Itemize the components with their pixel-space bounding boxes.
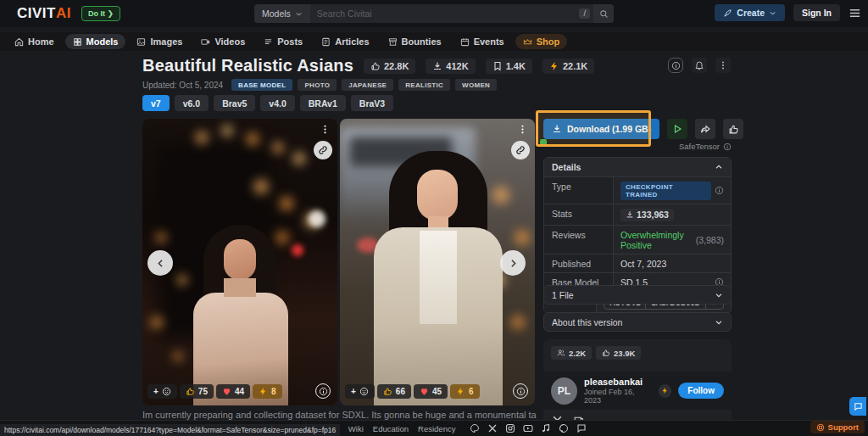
x-twitter-icon[interactable] (487, 423, 498, 433)
add-reaction-button[interactable]: + (345, 384, 375, 399)
civitai-logo[interactable]: CIVITAI (17, 5, 71, 22)
avatar[interactable]: PL (551, 377, 577, 405)
tiktok-icon[interactable] (541, 423, 551, 433)
version-brav3[interactable]: BraV3 (351, 95, 393, 111)
more-options-button[interactable] (715, 58, 731, 73)
add-reaction-button[interactable]: + (147, 384, 177, 399)
reviews-rating[interactable]: Overwhelmingly Positive (620, 230, 693, 250)
like-reaction[interactable]: 75 (180, 384, 214, 399)
creator-profile-row: PL pleasebankai Joined Feb 16, 2023 Foll… (543, 372, 732, 410)
footer-link-education[interactable]: Education (373, 424, 409, 433)
creator-username[interactable]: pleasebankai (584, 377, 652, 387)
file-format-note: SafeTensor (679, 142, 732, 151)
gallery-prev-button[interactable] (147, 250, 173, 276)
support-label: Support (828, 422, 859, 432)
do-it-button[interactable]: Do It ❯ (81, 6, 120, 21)
search-submit-button[interactable] (593, 4, 614, 23)
nav-label: Models (86, 36, 119, 47)
image-options-button[interactable] (320, 124, 331, 135)
github-icon[interactable] (559, 423, 569, 433)
likes-count: 22.8K (384, 61, 409, 71)
action-buttons-row: Download (1.99 GB) (543, 119, 743, 139)
notify-button[interactable] (692, 58, 707, 73)
tag-japanese[interactable]: JAPANESE (342, 79, 393, 91)
about-section-toggle[interactable]: About this version (543, 312, 732, 332)
bookmarks-stat-badge[interactable]: 1.4K (486, 59, 532, 74)
image-options-button[interactable] (517, 124, 528, 135)
chat-button[interactable] (849, 397, 866, 416)
message-icon[interactable] (576, 423, 587, 433)
crown-icon (523, 37, 532, 47)
like-reaction[interactable]: 66 (377, 384, 411, 399)
downloads-stat-badge[interactable]: 412K (426, 59, 475, 74)
search-input[interactable] (310, 4, 580, 23)
heart-reaction[interactable]: 45 (414, 384, 448, 399)
nav-item-videos[interactable]: Videos (193, 34, 253, 49)
gallery-next-button[interactable] (500, 250, 526, 276)
info-icon[interactable] (715, 186, 724, 195)
nav-item-bounties[interactable]: Bounties (381, 34, 449, 49)
search-icon (599, 9, 609, 19)
footer-link-wiki[interactable]: Wiki (348, 424, 364, 433)
info-button[interactable] (668, 58, 683, 73)
version-v6[interactable]: v6.0 (175, 95, 209, 111)
follow-button[interactable]: Follow (678, 383, 724, 399)
zap-reaction[interactable]: 6 (450, 384, 480, 399)
image-info-button[interactable] (315, 383, 331, 399)
version-v7[interactable]: v7 (142, 95, 170, 111)
bookmark-icon (492, 61, 503, 71)
image-info-button[interactable] (513, 383, 528, 399)
nav-item-home[interactable]: Home (7, 34, 62, 49)
energy-stat-badge[interactable]: 22.1K (542, 59, 594, 74)
menu-button[interactable] (849, 7, 861, 20)
nav-item-events[interactable]: Events (453, 34, 512, 49)
lifebuoy-icon (816, 423, 825, 432)
download-label: Download (1.99 GB) (567, 124, 651, 134)
zap-reaction[interactable]: 8 (253, 384, 282, 399)
model-title-row: Beautiful Realistic Asians 22.8K 412K 1.… (142, 56, 594, 75)
tip-button[interactable] (659, 384, 672, 398)
files-section-toggle[interactable]: 1 File (543, 285, 732, 305)
heart-count: 45 (432, 387, 442, 396)
youtube-icon[interactable] (523, 423, 533, 433)
nav-item-images[interactable]: Images (129, 34, 190, 49)
zap-icon (661, 387, 669, 394)
chevron-down-icon (715, 318, 723, 327)
image-link-badge[interactable] (511, 141, 530, 159)
version-v4[interactable]: v4.0 (260, 95, 294, 111)
image-link-badge[interactable] (314, 141, 332, 159)
reaction-bar: + 66 45 6 (345, 384, 480, 399)
file-format-label: SafeTensor (679, 142, 720, 151)
tag-base-model[interactable]: BASE MODEL (231, 79, 292, 91)
instagram-icon[interactable] (505, 423, 515, 433)
checkpoint-badge[interactable]: CHECKPOINT TRAINED (620, 182, 711, 200)
version-brav1[interactable]: BRAv1 (300, 95, 346, 111)
detail-row-type: Type CHECKPOINT TRAINED (544, 176, 731, 204)
nav-item-models[interactable]: Models (65, 34, 126, 49)
files-title: 1 File (552, 290, 574, 300)
heart-icon (420, 387, 429, 396)
details-panel-header[interactable]: Details (544, 158, 731, 176)
download-button[interactable]: Download (1.99 GB) (543, 119, 659, 139)
support-button[interactable]: Support (810, 421, 865, 433)
discord-icon[interactable] (470, 423, 480, 433)
share-button[interactable] (695, 119, 715, 139)
tag-women[interactable]: WOMEN (455, 79, 497, 91)
create-button[interactable]: Create (715, 4, 785, 21)
like-button[interactable] (723, 119, 743, 139)
likes-stat-badge[interactable]: 22.8K (364, 59, 415, 74)
tag-photo[interactable]: PHOTO (298, 79, 337, 91)
followers-count: 2.2K (569, 349, 586, 358)
sign-in-button[interactable]: Sign In (793, 4, 840, 21)
run-model-button[interactable] (667, 119, 687, 139)
nav-item-articles[interactable]: Articles (314, 34, 376, 49)
version-brav5[interactable]: Brav5 (214, 95, 255, 111)
heart-reaction[interactable]: 44 (216, 384, 250, 399)
heart-count: 44 (235, 387, 244, 396)
tag-realistic[interactable]: REALISTIC (398, 79, 450, 91)
nav-item-posts[interactable]: Posts (256, 34, 310, 49)
about-title: About this version (552, 317, 622, 327)
nav-item-shop[interactable]: Shop (515, 34, 568, 49)
footer-link-residency[interactable]: Residency (418, 424, 455, 433)
search-category-select[interactable]: Models (254, 4, 310, 23)
